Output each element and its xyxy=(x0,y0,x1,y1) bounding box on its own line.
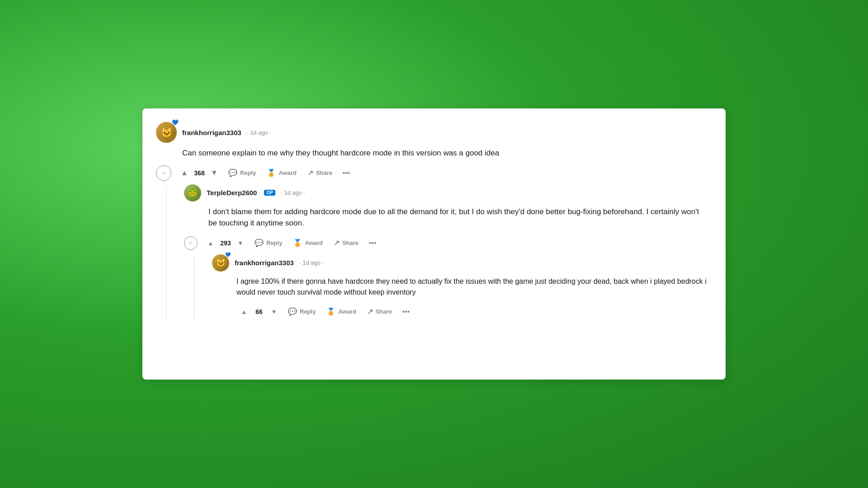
comment-thread: 🐱 💙 frankhorrigan3303 · 1d ago · Can som… xyxy=(142,108,726,380)
reply-icon-2: 💬 xyxy=(255,239,264,247)
share-button-3[interactable]: ↗ Share xyxy=(363,305,396,319)
vote-group-1: ▲ 368 ▼ xyxy=(177,165,222,181)
action-bar-2: − ▲ 293 ▼ 💬 Reply 🏅 Award xyxy=(184,235,708,251)
award-button-1[interactable]: 🏅 Award xyxy=(262,166,301,180)
award-icon-3: 🏅 xyxy=(326,307,335,316)
reply-button-3[interactable]: 💬 Reply xyxy=(283,305,320,319)
reply-button-1[interactable]: 💬 Reply xyxy=(224,166,260,180)
thread-line-wrapper-1 xyxy=(156,184,177,319)
comment-1-header: 🐱 💙 frankhorrigan3303 · 1d ago · xyxy=(156,122,708,143)
username-3[interactable]: frankhorrigan3303 xyxy=(235,259,294,267)
upvote-button-2[interactable]: ▲ xyxy=(203,235,218,251)
username-1[interactable]: frankhorrigan3303 xyxy=(182,129,241,136)
comment-2: 🐸 TerpleDerp2600 OP · 1d ago · I don't b… xyxy=(184,184,708,251)
comment-3-body: I agree 100% if there gonna have hardcor… xyxy=(236,276,708,298)
avatar-1: 🐱 💙 xyxy=(156,122,177,143)
thread-line-1[interactable] xyxy=(166,186,167,319)
more-button-3[interactable]: ••• xyxy=(398,304,414,319)
downvote-button-3[interactable]: ▼ xyxy=(266,304,282,319)
more-button-1[interactable]: ••• xyxy=(339,165,354,181)
downvote-button-2[interactable]: ▼ xyxy=(233,235,248,251)
nested-thread-line-1[interactable] xyxy=(194,256,195,319)
downvote-button-1[interactable]: ▼ xyxy=(207,165,222,181)
share-icon-1: ↗ xyxy=(307,169,313,177)
vote-count-1: 368 xyxy=(194,169,205,177)
award-button-3[interactable]: 🏅 Award xyxy=(322,305,361,319)
upvote-button-1[interactable]: ▲ xyxy=(177,165,192,181)
thread-1: 🐸 TerpleDerp2600 OP · 1d ago · I don't b… xyxy=(156,184,708,319)
nested-reply-1-content: 🐱 💙 frankhorrigan3303 · 1d ago · I agree… xyxy=(205,254,708,319)
timestamp-2: · 1d ago · xyxy=(281,189,305,196)
vote-group-3: ▲ 66 ▼ xyxy=(236,304,282,319)
share-button-1[interactable]: ↗ Share xyxy=(303,166,337,180)
comment-3-header: 🐱 💙 frankhorrigan3303 · 1d ago · xyxy=(212,254,708,272)
upvote-button-3[interactable]: ▲ xyxy=(236,304,252,319)
timestamp-3: · 1d ago · xyxy=(299,259,324,266)
nested-thread-line-wrapper-1 xyxy=(184,254,205,319)
timestamp-1: · 1d ago · xyxy=(247,129,271,136)
award-icon-2: 🏅 xyxy=(293,239,302,247)
vote-group-2: ▲ 293 ▼ xyxy=(203,235,248,251)
comment-2-body: I don't blame them for adding hardcore m… xyxy=(208,206,708,229)
op-badge-2: OP xyxy=(264,190,275,196)
reply-button-2[interactable]: 💬 Reply xyxy=(250,236,287,250)
avatar-3: 🐱 💙 xyxy=(212,254,229,272)
action-bar-3: ▲ 66 ▼ 💬 Reply 🏅 Award xyxy=(236,304,708,319)
username-2[interactable]: TerpleDerp2600 xyxy=(207,189,257,197)
reply-icon-3: 💬 xyxy=(288,307,297,316)
avatar-2: 🐸 xyxy=(184,184,201,202)
award-icon-1: 🏅 xyxy=(267,169,276,177)
comment-1: 🐱 💙 frankhorrigan3303 · 1d ago · Can som… xyxy=(156,122,708,181)
comment-3: 🐱 💙 frankhorrigan3303 · 1d ago · I agree… xyxy=(212,254,708,319)
more-button-2[interactable]: ••• xyxy=(365,235,380,251)
reply-1-content: 🐸 TerpleDerp2600 OP · 1d ago · I don't b… xyxy=(177,184,708,319)
share-icon-2: ↗ xyxy=(334,239,340,247)
collapse-button-2[interactable]: − xyxy=(184,236,198,250)
share-button-2[interactable]: ↗ Share xyxy=(329,236,363,250)
avatar-3-heart: 💙 xyxy=(225,252,231,257)
comment-2-header: 🐸 TerpleDerp2600 OP · 1d ago · xyxy=(184,184,708,202)
reply-icon-1: 💬 xyxy=(228,169,237,177)
share-icon-3: ↗ xyxy=(367,307,373,316)
nested-thread-1: 🐱 💙 frankhorrigan3303 · 1d ago · I agree… xyxy=(184,254,708,319)
award-button-2[interactable]: 🏅 Award xyxy=(288,236,327,250)
collapse-button-1[interactable]: − xyxy=(156,165,171,181)
vote-count-3: 66 xyxy=(254,308,264,315)
avatar-1-heart: 💙 xyxy=(172,119,179,126)
comment-1-body: Can someone explain to me why they thoug… xyxy=(182,147,708,159)
vote-count-2: 293 xyxy=(220,239,231,247)
action-bar-1: − ▲ 368 ▼ 💬 Reply 🏅 Award ↗ Share ••• xyxy=(156,165,708,181)
